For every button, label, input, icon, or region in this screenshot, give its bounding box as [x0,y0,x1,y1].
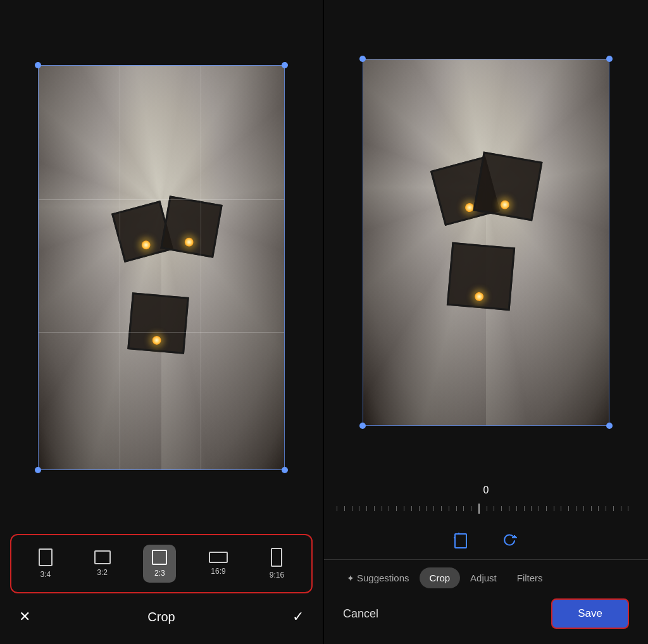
crop-corner-tl[interactable] [35,62,41,68]
tick [598,506,606,511]
svg-rect-4 [271,548,282,566]
tick [344,506,352,511]
tab-filters[interactable]: Filters [507,567,553,588]
ratio-3-2-label: 3:2 [97,568,108,577]
tick [487,506,494,511]
tick [463,506,471,511]
tick [389,506,396,511]
ratio-9-16-icon [271,548,282,567]
center-tick [478,504,487,514]
right-crop-corner-br[interactable] [606,423,613,429]
right-image-container [363,59,609,426]
tab-filters-label: Filters [517,573,543,583]
crop-corner-bl[interactable] [35,467,41,473]
tick [568,506,576,511]
tick [441,506,449,511]
tick [554,506,561,511]
ratio-2-3-icon [152,550,167,565]
tick [591,506,599,511]
right-image-area [324,0,648,478]
rotate-icon [501,531,518,549]
tick [411,506,419,511]
suggestions-sparkle-icon: ✦ [347,573,354,583]
right-cube-3 [447,242,515,311]
tab-adjust[interactable]: Adjust [460,567,507,588]
save-button[interactable]: Save [551,598,629,629]
tick [352,506,359,511]
ratio-2-3[interactable]: 2:3 [143,545,176,583]
ratio-3-4[interactable]: 3:4 [30,543,61,584]
bulb-3 [152,335,161,345]
cancel-button[interactable]: Cancel [343,607,378,621]
right-bulb-2 [499,199,509,209]
tick [404,506,411,511]
tab-suggestions-label: Suggestions [357,573,409,583]
rotation-value: 0 [483,485,489,496]
rotation-area: 0 [324,478,648,519]
tick [621,506,628,511]
tick [382,506,389,511]
tick [531,506,539,511]
left-photo [38,65,285,470]
right-lamp-fixture [411,150,551,314]
svg-rect-1 [95,551,110,564]
ratio-3-4-label: 3:4 [40,570,51,579]
ratio-2-3-label: 2:3 [154,569,165,578]
right-crop-corner-tr[interactable] [606,56,613,62]
bulb-2 [184,237,194,247]
tick [456,506,464,511]
tick [501,506,509,511]
tab-suggestions[interactable]: ✦ Suggestions [337,567,420,588]
tick [366,506,374,511]
right-photo [363,59,609,426]
tick [583,506,591,511]
rotation-slider[interactable] [337,501,635,516]
left-image-area [0,0,323,529]
tick [494,506,501,511]
ratio-3-4-icon [39,548,53,566]
tick [546,506,554,511]
svg-rect-0 [39,549,52,566]
right-crop-corner-bl[interactable] [359,423,366,429]
tick [516,506,524,511]
tick [449,506,456,511]
tick [509,506,516,511]
svg-rect-2 [153,550,166,564]
right-crop-corner-tl[interactable] [359,56,366,62]
left-image-container [38,65,285,470]
close-button[interactable]: ✕ [19,609,30,625]
confirm-button[interactable]: ✓ [292,609,304,625]
cube-lamp-3 [127,292,189,354]
nav-tabs: ✦ Suggestions Crop Adjust Filters [324,559,648,588]
bulb-1 [140,240,151,251]
tick [471,506,478,511]
ratio-16-9-label: 16:9 [211,567,225,576]
rotate-button[interactable] [495,526,523,554]
crop-aspect-icon [454,531,471,549]
right-cube-2 [473,151,543,221]
ratio-3-2[interactable]: 3:2 [85,545,120,582]
crop-corner-br[interactable] [282,467,288,473]
tab-adjust-label: Adjust [470,573,497,583]
svg-rect-3 [209,552,227,562]
tick [433,506,441,511]
ratio-9-16-label: 9:16 [270,571,284,579]
crop-corner-tr[interactable] [282,62,288,68]
tick [396,506,404,511]
crop-aspect-button[interactable] [449,526,477,554]
right-bulb-3 [475,292,484,301]
lamp-fixture [92,194,231,358]
ratio-3-2-icon [94,550,111,564]
tab-crop[interactable]: Crop [420,567,461,588]
tick [576,506,583,511]
tick [606,506,613,511]
left-title: Crop [147,610,175,624]
ratio-9-16[interactable]: 9:16 [261,543,293,585]
cube-lamp-2 [160,195,222,257]
tick [539,506,546,511]
ratio-16-9[interactable]: 16:9 [200,547,237,581]
tick [374,506,382,511]
tick [561,506,568,511]
tick [359,506,366,511]
tick [613,506,621,511]
